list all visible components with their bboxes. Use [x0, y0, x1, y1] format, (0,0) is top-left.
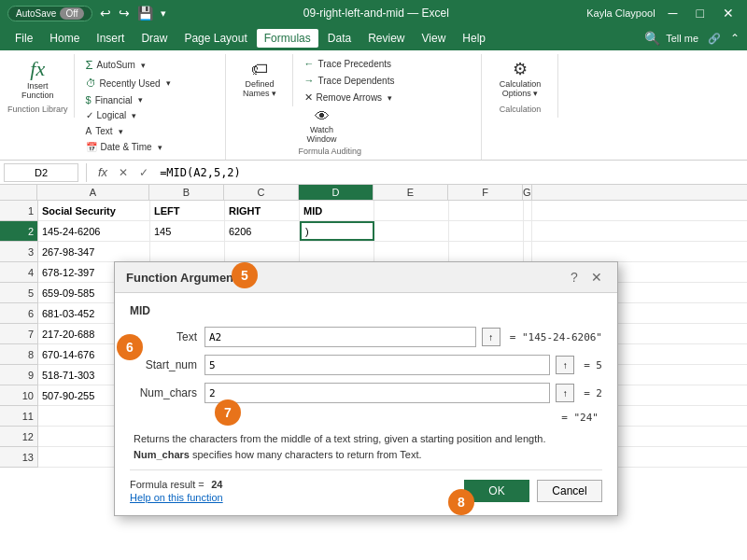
row-header-5[interactable]: 5	[0, 283, 37, 303]
row-header-10[interactable]: 10	[0, 385, 37, 406]
recently-used-button[interactable]: ⏱ Recently Used ▾	[80, 76, 218, 91]
confirm-formula-btn[interactable]: ✓	[135, 164, 152, 181]
row-header-11[interactable]: 11	[0, 406, 37, 427]
cell-d1[interactable]: MID	[300, 201, 374, 220]
calculation-options-button[interactable]: ⚙ CalculationOptions ▾	[496, 54, 545, 103]
cell-a2[interactable]: 145-24-6206	[38, 221, 150, 241]
insert-function-button[interactable]: fx InsertFunction	[17, 54, 58, 103]
maximize-button[interactable]: □	[691, 4, 710, 22]
function-arguments-dialog[interactable]: Function Arguments ? ✕ MID Text ↑ = "145…	[114, 261, 618, 516]
menu-review[interactable]: Review	[360, 29, 412, 48]
start-num-collapse-btn[interactable]: ↑	[556, 356, 574, 374]
close-button[interactable]: ✕	[717, 4, 740, 22]
col-header-g[interactable]: G	[523, 185, 532, 200]
autosum-button[interactable]: Σ AutoSum ▾	[80, 56, 218, 74]
logical-dropdown[interactable]: ▾	[132, 111, 136, 120]
row-header-1[interactable]: 1	[0, 201, 37, 221]
menu-formulas[interactable]: Formulas	[257, 29, 318, 48]
row-header-6[interactable]: 6	[0, 303, 37, 324]
remove-arrows-button[interactable]: ✕ Remove Arrows ▾	[299, 90, 473, 105]
redo-icon[interactable]: ↪	[119, 6, 130, 21]
cell-b2[interactable]: 145	[150, 221, 225, 241]
row-header-9[interactable]: 9	[0, 365, 37, 385]
start-num-input[interactable]	[204, 355, 550, 375]
col-header-c[interactable]: C	[224, 185, 299, 200]
col-header-d[interactable]: D	[299, 185, 374, 200]
financial-dropdown[interactable]: ▾	[138, 95, 143, 105]
name-box[interactable]	[4, 163, 78, 182]
dialog-ok-button[interactable]: OK	[464, 480, 529, 502]
customize-qat-icon[interactable]: ▾	[161, 7, 166, 20]
menu-draw[interactable]: Draw	[134, 29, 175, 48]
row-header-7[interactable]: 7	[0, 324, 37, 344]
menu-view[interactable]: View	[415, 29, 454, 48]
cell-f3[interactable]	[449, 242, 524, 261]
menu-insert[interactable]: Insert	[89, 29, 132, 48]
remove-arrows-dropdown[interactable]: ▾	[388, 93, 392, 103]
num-chars-input[interactable]	[204, 383, 550, 403]
menu-help[interactable]: Help	[455, 29, 493, 48]
minimize-button[interactable]: ─	[663, 4, 684, 22]
row-header-3[interactable]: 3	[0, 242, 37, 262]
autosave-toggle[interactable]: AutoSave Off	[7, 6, 92, 21]
search-icon[interactable]: 🔍	[644, 31, 660, 46]
trace-precedents-button[interactable]: ← Trace Precedents	[299, 56, 473, 71]
autosum-dropdown[interactable]: ▾	[141, 61, 146, 70]
cell-f2[interactable]	[449, 221, 524, 241]
financial-button[interactable]: $ Financial ▾	[80, 92, 218, 107]
cell-f1[interactable]	[449, 201, 524, 220]
row-header-2[interactable]: 2	[0, 221, 37, 242]
cell-a1[interactable]: Social Security	[38, 201, 150, 220]
col-header-b[interactable]: B	[149, 185, 224, 200]
watch-window-button[interactable]: 👁 WatchWindow	[299, 107, 345, 145]
datetime-dropdown[interactable]: ▾	[158, 143, 162, 152]
text-collapse-btn[interactable]: ↑	[482, 328, 500, 346]
dialog-close-btn[interactable]: ✕	[587, 268, 606, 287]
cell-c1[interactable]: RIGHT	[225, 201, 300, 220]
row-header-4[interactable]: 4	[0, 262, 37, 283]
cell-b3[interactable]	[150, 242, 225, 261]
menu-pagelayout[interactable]: Page Layout	[176, 29, 254, 48]
dialog-cancel-button[interactable]: Cancel	[537, 480, 602, 502]
logical-button[interactable]: ✓ Logical ▾	[80, 108, 218, 122]
menu-home[interactable]: Home	[42, 29, 87, 48]
menu-file[interactable]: File	[7, 29, 40, 48]
cell-e1[interactable]	[374, 201, 449, 220]
cell-a3[interactable]: 267-98-347	[38, 242, 150, 261]
defined-names-button[interactable]: 🏷 DefinedNames ▾	[239, 54, 280, 103]
cell-c2[interactable]: 6206	[225, 221, 300, 241]
dialog-help-btn[interactable]: ?	[565, 268, 584, 287]
col-header-f[interactable]: F	[448, 185, 523, 200]
calculation-icon: ⚙	[513, 59, 528, 79]
dialog-help-link[interactable]: Help on this function	[130, 492, 223, 503]
cell-c3[interactable]	[225, 242, 300, 261]
menu-data[interactable]: Data	[320, 29, 359, 48]
text-input[interactable]	[204, 327, 476, 347]
tell-me[interactable]: Tell me	[666, 33, 698, 44]
cancel-formula-btn[interactable]: ✕	[115, 164, 132, 181]
cell-e2[interactable]	[374, 221, 449, 241]
cell-e3[interactable]	[374, 242, 449, 261]
row-header-8[interactable]: 8	[0, 344, 37, 365]
row-header-12[interactable]: 12	[0, 427, 37, 447]
save-icon[interactable]: 💾	[137, 6, 153, 21]
cell-d3[interactable]	[300, 242, 374, 261]
col-header-a[interactable]: A	[37, 185, 149, 200]
cell-d2[interactable]: )	[300, 221, 374, 241]
cell-g3[interactable]	[524, 242, 532, 261]
row-header-13[interactable]: 13	[0, 447, 37, 468]
formula-input[interactable]	[156, 166, 743, 179]
num-chars-collapse-btn[interactable]: ↑	[556, 384, 574, 402]
col-header-e[interactable]: E	[374, 185, 448, 200]
trace-dependents-button[interactable]: → Trace Dependents	[299, 73, 473, 88]
cell-g1[interactable]	[524, 201, 532, 220]
date-time-button[interactable]: 📅 Date & Time ▾	[80, 140, 218, 154]
cell-b1[interactable]: LEFT	[150, 201, 225, 220]
share-icon[interactable]: 🔗	[708, 33, 721, 45]
text-button[interactable]: A Text ▾	[80, 124, 218, 138]
cell-g2[interactable]	[524, 221, 532, 241]
ribbon-collapse-icon[interactable]: ⌃	[730, 32, 740, 45]
recently-used-dropdown[interactable]: ▾	[166, 78, 171, 88]
text-dropdown[interactable]: ▾	[119, 127, 123, 136]
undo-icon[interactable]: ↩	[100, 6, 111, 21]
